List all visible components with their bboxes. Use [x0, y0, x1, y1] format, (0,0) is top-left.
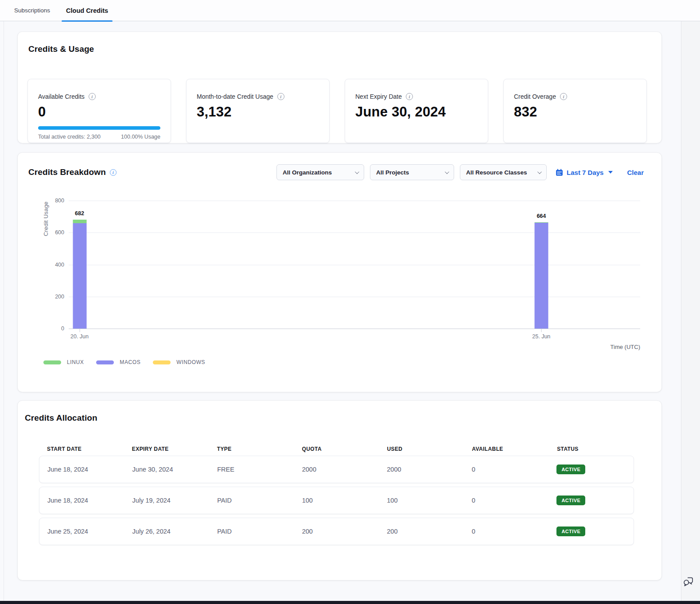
table-header-row: START DATE EXPIRY DATE TYPE QUOTA USED A…	[39, 446, 634, 452]
table-row[interactable]: June 18, 2024 June 30, 2024 FREE 2000 20…	[39, 456, 634, 483]
tab-bar: Subscriptions Cloud Credits	[0, 0, 700, 21]
bar-segment-linux	[73, 220, 86, 223]
right-gutter	[681, 0, 700, 604]
y-tick-0: 0	[46, 325, 64, 332]
credit-overage-card: Credit Overage i 832	[503, 79, 647, 143]
table-row[interactable]: June 18, 2024 July 19, 2024 PAID 100 100…	[39, 487, 634, 514]
total-active-credits: Total active credits: 2,300	[38, 134, 101, 140]
credits-allocation-section: Credits Allocation START DATE EXPIRY DAT…	[18, 401, 661, 580]
available-credits-value: 0	[38, 104, 160, 120]
table-row[interactable]: June 25, 2024 July 26, 2024 PAID 200 200…	[39, 518, 634, 545]
mtd-usage-value: 3,132	[197, 104, 319, 120]
status-badge: ACTIVE	[556, 465, 585, 474]
chart-filters: All Organizations All Projects All Resou…	[276, 164, 651, 180]
chart-legend: LINUX MACOS WINDOWS	[43, 359, 640, 365]
organizations-filter-dropdown[interactable]: All Organizations	[276, 164, 364, 180]
chevron-down-icon	[355, 170, 359, 174]
legend-item-linux[interactable]: LINUX	[43, 359, 84, 365]
bar-segment-macos	[534, 223, 548, 329]
bar-segment-macos	[73, 223, 86, 329]
status-badge: ACTIVE	[556, 496, 585, 505]
active-tab-underline	[62, 20, 113, 22]
col-used: USED	[379, 446, 464, 452]
y-tick-600: 600	[46, 229, 64, 236]
next-expiry-value: June 30, 2024	[355, 104, 478, 120]
credits-progress-bar	[38, 126, 160, 130]
bottom-window-edge	[0, 601, 700, 604]
date-range-picker[interactable]: Last 7 Days	[556, 169, 613, 176]
y-tick-800: 800	[46, 197, 64, 204]
chart-bar[interactable]: 68220. Jun	[73, 220, 86, 329]
credit-overage-label: Credit Overage	[514, 93, 556, 100]
tab-subscriptions[interactable]: Subscriptions	[10, 0, 54, 21]
legend-item-macos[interactable]: MACOS	[96, 359, 140, 365]
col-type: TYPE	[209, 446, 294, 452]
available-credits-card: Available Credits i 0 Total active credi…	[27, 79, 171, 143]
mtd-usage-label: Month-to-date Credit Usage	[197, 93, 273, 100]
credits-breakdown-section: Credits Breakdown i All Organizations Al…	[18, 153, 661, 392]
next-expiry-card: Next Expiry Date i June 30, 2024	[345, 79, 488, 143]
credits-breakdown-title: Credits Breakdown	[28, 167, 106, 177]
chart-plot-area: 800 600 400 200 0 68220. Jun66425. Jun	[69, 201, 640, 329]
info-icon[interactable]: i	[560, 93, 567, 100]
macos-color-swatch	[96, 360, 114, 364]
credits-usage-title: Credits & Usage	[28, 44, 652, 54]
date-range-label: Last 7 Days	[567, 169, 603, 176]
credits-allocation-table: START DATE EXPIRY DATE TYPE QUOTA USED A…	[39, 446, 634, 545]
bar-value-label: 664	[528, 213, 555, 219]
next-expiry-label: Next Expiry Date	[355, 93, 402, 100]
mtd-usage-card: Month-to-date Credit Usage i 3,132	[186, 79, 330, 143]
credits-allocation-title: Credits Allocation	[25, 413, 634, 423]
resource-classes-filter-dropdown[interactable]: All Resource Classes	[460, 164, 547, 180]
tab-cloud-credits-label: Cloud Credits	[66, 7, 108, 14]
legend-item-windows[interactable]: WINDOWS	[153, 359, 205, 365]
info-icon[interactable]: i	[110, 169, 117, 176]
chevron-down-icon	[537, 170, 542, 174]
stat-card-row: Available Credits i 0 Total active credi…	[27, 79, 652, 143]
col-start-date: START DATE	[39, 446, 124, 452]
col-available: AVAILABLE	[464, 446, 549, 452]
info-icon[interactable]: i	[277, 93, 284, 100]
projects-filter-dropdown[interactable]: All Projects	[370, 164, 454, 180]
y-tick-400: 400	[46, 262, 64, 268]
usage-percent: 100.00% Usage	[121, 134, 160, 140]
chart-bar[interactable]: 66425. Jun	[534, 222, 548, 329]
linux-color-swatch	[43, 360, 61, 364]
credits-usage-section: Credits & Usage Available Credits i 0 To…	[18, 32, 661, 143]
tab-cloud-credits[interactable]: Cloud Credits	[62, 0, 113, 21]
caret-down-icon	[608, 171, 613, 174]
calendar-icon	[556, 169, 563, 176]
credit-usage-chart: Credit Usage 800 600 400 200 0 68220. Ju…	[18, 201, 640, 365]
bar-value-label: 682	[66, 210, 93, 217]
y-tick-200: 200	[46, 294, 64, 300]
available-credits-label: Available Credits	[38, 93, 85, 100]
status-badge: ACTIVE	[556, 527, 585, 536]
info-icon[interactable]: i	[406, 93, 413, 100]
credit-overage-value: 832	[514, 104, 636, 120]
chevron-down-icon	[445, 170, 449, 174]
clear-filters-button[interactable]: Clear	[627, 169, 644, 176]
support-chat-button[interactable]	[682, 574, 695, 588]
credits-progress-fill	[38, 126, 160, 130]
col-quota: QUOTA	[294, 446, 379, 452]
chart-x-axis-label: Time (UTC)	[18, 344, 640, 350]
x-tick-label: 20. Jun	[70, 333, 89, 340]
info-icon[interactable]: i	[89, 93, 96, 100]
chat-bubbles-icon	[682, 574, 695, 588]
main-content: Credits & Usage Available Credits i 0 To…	[4, 21, 681, 601]
windows-color-swatch	[153, 360, 171, 364]
col-status: STATUS	[549, 446, 634, 452]
x-tick-label: 25. Jun	[532, 333, 550, 340]
col-expiry-date: EXPIRY DATE	[124, 446, 209, 452]
